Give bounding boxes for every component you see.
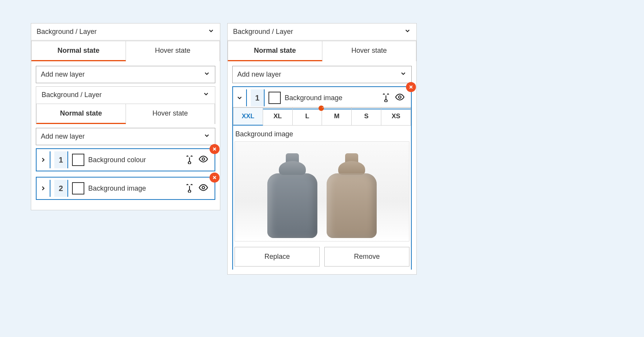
color-swatch[interactable] xyxy=(72,154,84,166)
add-layer-select[interactable]: Add new layer xyxy=(36,128,215,145)
state-tabs: Normal state Hover state xyxy=(31,40,220,61)
layer-row: 1 Background colour xyxy=(36,148,215,171)
close-icon[interactable] xyxy=(210,144,220,154)
chevron-down-icon xyxy=(203,91,210,99)
color-swatch[interactable] xyxy=(268,92,281,104)
chevron-down-icon xyxy=(203,70,210,79)
breakpoint-tab-xl[interactable]: XL xyxy=(263,107,293,126)
close-icon[interactable] xyxy=(406,82,416,92)
tab-hover-state[interactable]: Hover state xyxy=(126,41,220,61)
add-layer-label: Add new layer xyxy=(41,70,85,79)
preview-graphic xyxy=(325,153,379,238)
svg-point-3 xyxy=(202,186,205,189)
drag-icon[interactable] xyxy=(381,92,391,104)
nested-state-tabs: Normal state Hover state xyxy=(36,103,215,124)
breakpoint-tab-xxl[interactable]: XXL xyxy=(233,107,263,126)
nested-title: Background / Layer xyxy=(42,91,102,99)
eye-icon[interactable] xyxy=(395,92,405,104)
add-layer-select[interactable]: Add new layer xyxy=(36,66,215,83)
expand-button[interactable] xyxy=(37,151,50,168)
collapse-button[interactable] xyxy=(233,89,247,106)
breakpoint-tabs: XXLXLLMSXS xyxy=(233,107,411,126)
color-swatch[interactable] xyxy=(72,182,84,194)
preview-graphic xyxy=(265,153,319,238)
tab-normal-state[interactable]: Normal state xyxy=(31,41,126,61)
eye-icon[interactable] xyxy=(198,183,208,194)
drag-icon[interactable] xyxy=(184,154,195,166)
panel-header[interactable]: Background / Layer xyxy=(228,23,416,40)
layer-number: 1 xyxy=(54,151,68,168)
breakpoint-tab-l[interactable]: L xyxy=(293,107,322,126)
expand-button[interactable] xyxy=(37,180,50,197)
replace-button[interactable]: Replace xyxy=(235,247,320,267)
layer-label: Background image xyxy=(285,94,377,102)
panel-title: Background / Layer xyxy=(37,28,97,36)
drag-icon[interactable] xyxy=(184,183,195,194)
layer-number: 1 xyxy=(251,89,265,106)
remove-button[interactable]: Remove xyxy=(324,247,409,267)
left-panel: Background / Layer Normal state Hover st… xyxy=(31,23,220,210)
panel-header[interactable]: Background / Layer xyxy=(31,23,220,40)
nested-panel: Background / Layer Normal state Hover st… xyxy=(36,86,215,200)
layer-row: 2 Background image xyxy=(36,177,215,200)
layer-number: 2 xyxy=(54,180,68,197)
svg-point-0 xyxy=(202,158,205,160)
tab-normal-state[interactable]: Normal state xyxy=(36,104,126,124)
layer-label: Background colour xyxy=(88,156,181,164)
breakpoint-tab-s[interactable]: S xyxy=(352,107,381,126)
tab-normal-state[interactable]: Normal state xyxy=(228,41,322,61)
layer-label: Background image xyxy=(88,184,181,193)
breakpoint-tab-xs[interactable]: XS xyxy=(381,107,411,126)
add-layer-label: Add new layer xyxy=(237,70,281,79)
tab-hover-state[interactable]: Hover state xyxy=(126,104,215,124)
close-icon[interactable] xyxy=(210,173,220,183)
add-layer-select[interactable]: Add new layer xyxy=(232,66,412,83)
nested-header[interactable]: Background / Layer xyxy=(36,86,215,103)
chevron-down-icon xyxy=(208,27,215,36)
chevron-down-icon xyxy=(203,132,210,141)
svg-point-6 xyxy=(399,96,401,98)
state-tabs: Normal state Hover state xyxy=(228,40,416,61)
panel-title: Background / Layer xyxy=(233,28,293,36)
breakpoint-tab-m[interactable]: M xyxy=(322,107,352,126)
chevron-down-icon xyxy=(404,27,411,36)
image-preview[interactable] xyxy=(235,141,409,241)
add-layer-label: Add new layer xyxy=(41,132,85,141)
eye-icon[interactable] xyxy=(198,154,208,166)
chevron-down-icon xyxy=(400,70,407,79)
image-label: Background image xyxy=(235,126,409,141)
tab-hover-state[interactable]: Hover state xyxy=(322,41,417,61)
layer-details: XXLXLLMSXS Background image Replace Remo… xyxy=(232,104,412,270)
right-panel: Background / Layer Normal state Hover st… xyxy=(227,23,417,275)
